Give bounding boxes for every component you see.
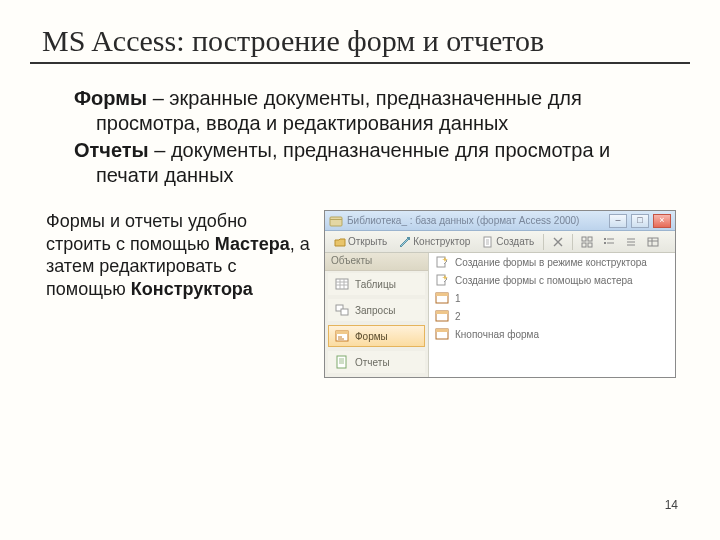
svg-rect-0 [330, 217, 342, 226]
content-pane: Создание формы в режиме конструктора Соз… [429, 253, 675, 377]
svg-rect-9 [648, 238, 658, 246]
list-item[interactable]: Создание формы с помощью мастера [429, 271, 675, 289]
def-forms-text: – экранные документы, предназначенные дл… [96, 87, 582, 134]
list-item-label: 2 [455, 311, 461, 322]
design-ruler-icon [399, 236, 411, 248]
view-details-button[interactable] [643, 233, 663, 251]
term-forms: Формы [74, 87, 147, 109]
svg-rect-19 [436, 293, 448, 296]
open-button-label: Открыть [348, 236, 387, 247]
open-folder-icon [334, 236, 346, 248]
sidebar-item-forms[interactable]: Формы [328, 325, 425, 347]
large-icons-icon [581, 236, 593, 248]
svg-rect-14 [336, 331, 348, 334]
sidebar-item-label: Запросы [355, 305, 395, 316]
details-icon [647, 236, 659, 248]
list-item-label: 1 [455, 293, 461, 304]
form-object-icon [435, 327, 449, 341]
list-item-label: Создание формы с помощью мастера [455, 275, 633, 286]
objects-sidebar-header: Объекты [325, 253, 428, 271]
svg-rect-3 [582, 237, 586, 241]
access-db-icon [329, 214, 343, 228]
create-button-label: Создать [496, 236, 534, 247]
access-db-window: Библиотека_ : база данных (формат Access… [324, 210, 676, 378]
list-item-label: Кнопочная форма [455, 329, 539, 340]
svg-rect-4 [588, 237, 592, 241]
svg-rect-21 [436, 311, 448, 314]
definitions-block: Формы – экранные документы, предназначен… [74, 86, 668, 188]
sidebar-item-label: Таблицы [355, 279, 396, 290]
toolbar-separator [543, 234, 544, 250]
toolbar-separator-2 [572, 234, 573, 250]
svg-rect-10 [336, 279, 348, 289]
svg-rect-1 [330, 219, 342, 220]
svg-rect-8 [604, 242, 606, 244]
minimize-button[interactable]: – [609, 214, 627, 228]
delete-x-icon [552, 236, 564, 248]
objects-sidebar: Объекты Таблицы Запросы Формы Отчеты [325, 253, 429, 377]
list-item[interactable]: 1 [429, 289, 675, 307]
reports-icon [335, 355, 349, 369]
paragraph-advice: Формы и отчеты удобно строить с помощью … [46, 210, 316, 300]
delete-button[interactable] [548, 233, 568, 251]
svg-rect-12 [341, 309, 348, 315]
view-list-button[interactable] [621, 233, 641, 251]
sidebar-item-label: Формы [355, 331, 388, 342]
list-item[interactable]: 2 [429, 307, 675, 325]
window-titlebar: Библиотека_ : база данных (формат Access… [325, 211, 675, 231]
form-object-icon [435, 291, 449, 305]
queries-icon [335, 303, 349, 317]
term-reports: Отчеты [74, 139, 149, 161]
sidebar-item-queries[interactable]: Запросы [328, 299, 425, 321]
slide-title: MS Access: построение форм и отчетов [42, 24, 720, 58]
open-button[interactable]: Открыть [329, 233, 392, 251]
definition-reports: Отчеты – документы, предназначенные для … [74, 138, 668, 188]
view-large-icons-button[interactable] [577, 233, 597, 251]
svg-rect-7 [604, 238, 606, 240]
create-new-icon [482, 236, 494, 248]
svg-rect-15 [337, 356, 346, 368]
slide-number: 14 [665, 498, 678, 512]
create-button[interactable]: Создать [477, 233, 539, 251]
sidebar-item-reports[interactable]: Отчеты [328, 351, 425, 373]
svg-rect-5 [582, 243, 586, 247]
svg-rect-6 [588, 243, 592, 247]
toolbar: Открыть Конструктор Создать [325, 231, 675, 253]
list-item[interactable]: Кнопочная форма [429, 325, 675, 343]
list-item[interactable]: Создание формы в режиме конструктора [429, 253, 675, 271]
wizard-icon [435, 255, 449, 269]
close-button[interactable]: × [653, 214, 671, 228]
maximize-button[interactable]: □ [631, 214, 649, 228]
form-object-icon [435, 309, 449, 323]
list-item-label: Создание формы в режиме конструктора [455, 257, 647, 268]
forms-icon [335, 329, 349, 343]
view-small-icons-button[interactable] [599, 233, 619, 251]
sidebar-item-tables[interactable]: Таблицы [328, 273, 425, 295]
title-underline [30, 62, 690, 64]
window-title-text: Библиотека_ : база данных (формат Access… [347, 215, 605, 226]
def-reports-text: – документы, предназначенные для просмот… [96, 139, 610, 186]
svg-rect-23 [436, 329, 448, 332]
small-icons-icon [603, 236, 615, 248]
list-icon [625, 236, 637, 248]
design-button-label: Конструктор [413, 236, 470, 247]
tables-icon [335, 277, 349, 291]
sidebar-item-label: Отчеты [355, 357, 390, 368]
definition-forms: Формы – экранные документы, предназначен… [74, 86, 668, 136]
wizard-icon [435, 273, 449, 287]
design-button[interactable]: Конструктор [394, 233, 475, 251]
